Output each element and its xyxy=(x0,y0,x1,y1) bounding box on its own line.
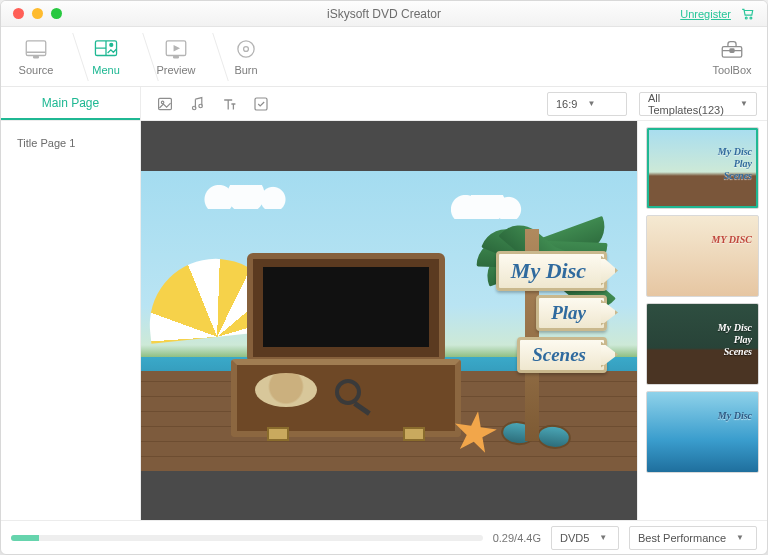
subtoolbar: Main Page 16:9 ▼ All Templates(123) ▼ xyxy=(1,87,767,121)
menu-play-button[interactable]: Play xyxy=(536,295,607,331)
toolbox-label: ToolBox xyxy=(712,64,751,76)
suitcase-graphic xyxy=(231,253,461,439)
video-thumbnail-slot[interactable] xyxy=(263,267,429,347)
source-icon xyxy=(23,38,49,60)
template-thumbnail[interactable]: My Disc Play Scenes xyxy=(646,303,759,385)
template-thumbnail[interactable]: MY DISC xyxy=(646,215,759,297)
traffic-lights xyxy=(1,8,62,19)
chevron-down-icon: ▼ xyxy=(740,99,748,108)
disc-usage-progress xyxy=(11,535,483,541)
tab-label: Source xyxy=(19,64,54,76)
svg-point-15 xyxy=(199,104,203,108)
tab-label: Preview xyxy=(156,64,195,76)
svg-rect-11 xyxy=(730,49,734,52)
background-image-button[interactable] xyxy=(155,94,175,114)
page-list-sidebar: Title Page 1 xyxy=(1,121,141,520)
disc-type-value: DVD5 xyxy=(560,532,589,544)
svg-point-5 xyxy=(110,43,113,46)
toolbox-button[interactable]: ToolBox xyxy=(697,27,767,86)
app-window: iSkysoft DVD Creator Unregister Source M… xyxy=(0,0,768,555)
titlebar: iSkysoft DVD Creator Unregister xyxy=(1,1,767,27)
toolbox-icon xyxy=(719,38,745,60)
menu-title-text[interactable]: My Disc xyxy=(496,251,607,291)
preview-icon xyxy=(163,38,189,60)
svg-point-9 xyxy=(244,46,249,51)
quality-value: Best Performance xyxy=(638,532,726,544)
menu-preview-area[interactable]: My Disc Play Scenes xyxy=(141,121,637,520)
minimize-window-button[interactable] xyxy=(32,8,43,19)
tab-burn[interactable]: Burn xyxy=(211,27,281,86)
chevron-down-icon: ▼ xyxy=(736,533,744,542)
aspect-ratio-value: 16:9 xyxy=(556,98,577,110)
svg-point-1 xyxy=(750,17,752,19)
close-window-button[interactable] xyxy=(13,8,24,19)
svg-rect-2 xyxy=(26,40,46,55)
template-thumbnail[interactable]: My Disc xyxy=(646,391,759,473)
template-gallery: My Disc Play Scenes MY DISC My Disc Play… xyxy=(637,121,767,520)
main-body: Title Page 1 xyxy=(1,121,767,520)
svg-rect-3 xyxy=(34,56,39,58)
app-title: iSkysoft DVD Creator xyxy=(1,1,767,27)
aspect-ratio-dropdown[interactable]: 16:9 ▼ xyxy=(547,92,627,116)
main-page-tab[interactable]: Main Page xyxy=(1,87,140,120)
chevron-down-icon: ▼ xyxy=(599,533,607,542)
menu-preview-canvas: My Disc Play Scenes xyxy=(141,171,637,471)
status-bar: 0.29/4.4G DVD5 ▼ Best Performance ▼ xyxy=(1,520,767,554)
svg-rect-16 xyxy=(255,98,267,110)
svg-point-0 xyxy=(745,17,747,19)
burn-icon xyxy=(233,38,259,60)
templates-dropdown[interactable]: All Templates(123) ▼ xyxy=(639,92,757,116)
disc-usage-text: 0.29/4.4G xyxy=(493,532,541,544)
templates-dropdown-label: All Templates(123) xyxy=(648,92,730,116)
chevron-down-icon: ▼ xyxy=(587,99,595,108)
menu-icon xyxy=(93,38,119,60)
template-thumbnail[interactable]: My Disc Play Scenes xyxy=(646,127,759,209)
tab-label: Burn xyxy=(234,64,257,76)
text-style-button[interactable] xyxy=(219,94,239,114)
page-list-item[interactable]: Title Page 1 xyxy=(1,131,140,155)
quality-dropdown[interactable]: Best Performance ▼ xyxy=(629,526,757,550)
background-music-button[interactable] xyxy=(187,94,207,114)
tab-label: Menu xyxy=(92,64,120,76)
menu-scenes-button[interactable]: Scenes xyxy=(517,337,607,373)
customize-button[interactable] xyxy=(251,94,271,114)
main-toolbar: Source Menu Preview Burn ToolBox xyxy=(1,27,767,87)
disc-type-dropdown[interactable]: DVD5 ▼ xyxy=(551,526,619,550)
svg-rect-7 xyxy=(174,56,179,58)
svg-point-8 xyxy=(238,40,254,56)
unregister-link[interactable]: Unregister xyxy=(680,1,731,27)
cart-icon[interactable] xyxy=(741,7,755,21)
zoom-window-button[interactable] xyxy=(51,8,62,19)
